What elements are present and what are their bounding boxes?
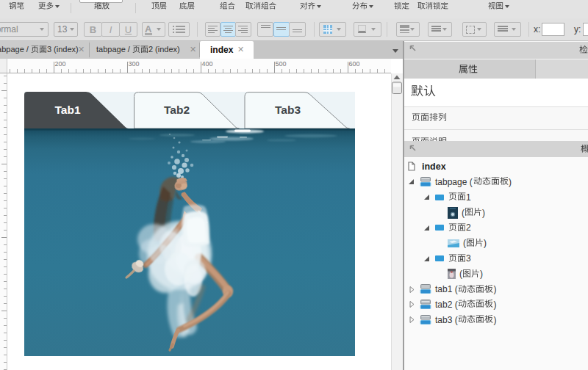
svg-text:Tab2: Tab2 [164,103,190,115]
svg-text:Tab3: Tab3 [275,103,301,115]
svg-text:Tab1: Tab1 [54,103,80,115]
